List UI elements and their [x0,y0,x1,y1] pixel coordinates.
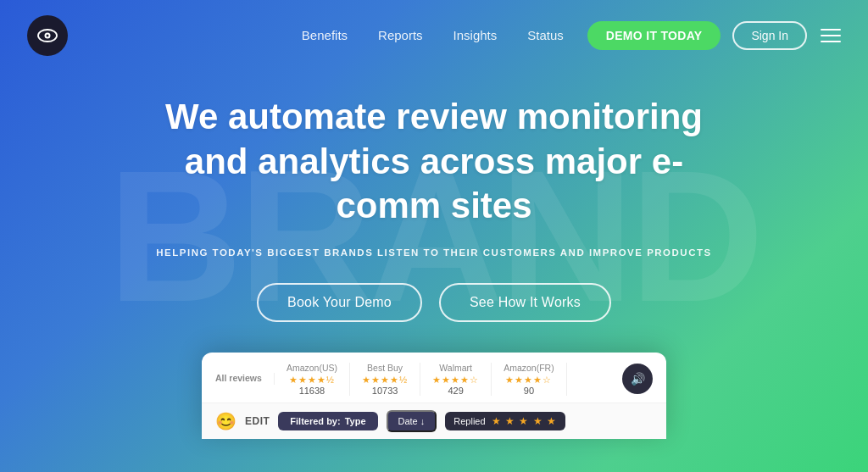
see-how-button[interactable]: See How It Works [439,283,611,322]
tab-walmart-label: Walmart [439,363,472,373]
tab-bestbuy-label: Best Buy [367,363,403,373]
review-tabs: All reviews Amazon(US) ★★★★½ 11638 Best … [202,353,666,403]
navbar: Benefits Reports Insights Status DEMO IT… [0,0,868,71]
dashboard-card: All reviews Amazon(US) ★★★★½ 11638 Best … [202,353,666,439]
tab-walmart[interactable]: Walmart ★★★★☆ 429 [420,363,492,396]
smiley-emoji: 😊 [215,411,236,431]
hamburger-line-2 [821,35,841,36]
tab-bestbuy-stars: ★★★★½ [362,375,408,386]
hero-subtitle: HELPING TODAY'S BIGGEST BRANDS LISTEN TO… [17,247,851,258]
nav-status[interactable]: Status [527,28,564,42]
tab-amazon-fr-count: 90 [524,386,534,396]
hero-section: BRAND Benefits Reports Insights Status D… [0,0,868,472]
edit-label[interactable]: EDIT [245,415,270,427]
tab-amazon-fr-stars: ★★★★☆ [505,375,552,386]
hero-content: We automate review monitoring and analyt… [0,71,868,322]
tab-all-reviews[interactable]: All reviews [215,373,275,385]
tab-walmart-count: 429 [448,386,463,396]
tab-amazon-us[interactable]: Amazon(US) ★★★★½ 11638 [275,363,350,396]
hero-buttons: Book Your Demo See How It Works [17,283,851,322]
hamburger-menu[interactable] [821,29,841,42]
filter-bar: 😊 EDIT Filtered by: Type Date ↓ Replied … [202,403,666,439]
speaker-icon: 🔊 [631,372,645,386]
replied-label: Replied [453,416,485,426]
sound-icon[interactable]: 🔊 [622,364,653,394]
nav-benefits[interactable]: Benefits [302,28,348,42]
type-label: Type [345,416,366,426]
hamburger-line-3 [821,41,841,42]
tab-all-label: All reviews [215,373,262,383]
hamburger-line-1 [821,29,841,31]
filter-stars: ★ ★ ★ ★ ★ [492,415,557,427]
filtered-by-label: Filtered by: [290,416,340,426]
demo-button[interactable]: DEMO IT TODAY [587,21,721,50]
tab-amazon-fr-label: Amazon(FR) [504,363,554,373]
filtered-by-button[interactable]: Filtered by: Type [278,412,377,430]
tab-amazon-us-stars: ★★★★½ [289,375,335,386]
tab-amazon-fr[interactable]: Amazon(FR) ★★★★☆ 90 [492,363,567,396]
signin-button[interactable]: Sign In [732,21,807,50]
tab-amazon-us-label: Amazon(US) [287,363,337,373]
replied-stars-filter[interactable]: Replied ★ ★ ★ ★ ★ [445,412,565,430]
tab-walmart-stars: ★★★★☆ [432,375,479,386]
nav-insights[interactable]: Insights [453,28,498,42]
dashboard-preview: All reviews Amazon(US) ★★★★½ 11638 Best … [0,353,868,439]
nav-reports[interactable]: Reports [378,28,423,42]
hero-title: We automate review monitoring and analyt… [146,95,722,229]
logo[interactable] [27,15,68,56]
book-demo-button[interactable]: Book Your Demo [257,283,422,322]
tab-bestbuy-count: 10733 [372,386,398,396]
tab-bestbuy[interactable]: Best Buy ★★★★½ 10733 [350,363,420,396]
nav-links: Benefits Reports Insights Status [302,28,564,43]
eye-icon [37,29,58,42]
date-filter-button[interactable]: Date ↓ [387,410,437,432]
svg-point-2 [47,35,49,37]
tab-amazon-us-count: 11638 [299,386,326,396]
